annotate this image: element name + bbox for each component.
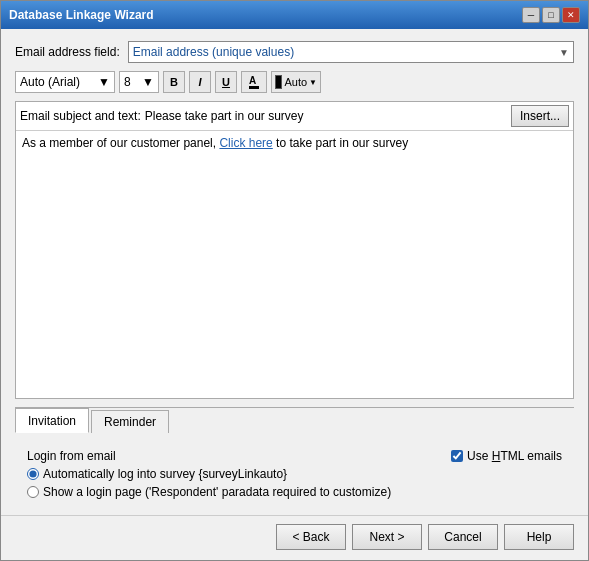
html-emails-label: Use HTML emails	[467, 449, 562, 463]
show-login-label: Show a login page ('Respondent' paradata…	[43, 485, 391, 499]
color-swatch	[275, 75, 282, 89]
dialog-footer: < Back Next > Cancel Help	[1, 515, 588, 560]
email-content-box: Email subject and text: Insert... As a m…	[15, 101, 574, 399]
options-row: Login from email Automatically log into …	[27, 449, 562, 499]
auto-login-option[interactable]: Automatically log into survey {surveyLin…	[27, 467, 391, 481]
show-login-option[interactable]: Show a login page ('Respondent' paradata…	[27, 485, 391, 499]
text-color-icon: A	[249, 75, 259, 89]
maximize-button[interactable]: □	[542, 7, 560, 23]
title-controls: ─ □ ✕	[522, 7, 580, 23]
email-field-row: Email address field: Email address (uniq…	[15, 41, 574, 63]
font-size-select[interactable]: 8 ▼	[119, 71, 159, 93]
email-field-dropdown[interactable]: Email address (unique values) ▼	[128, 41, 574, 63]
underline-button[interactable]: U	[215, 71, 237, 93]
email-tabs: Invitation Reminder	[15, 407, 574, 433]
bold-button[interactable]: B	[163, 71, 185, 93]
subject-row: Email subject and text: Insert...	[16, 102, 573, 131]
body-suffix: to take part in our survey	[273, 136, 408, 150]
body-prefix: As a member of our customer panel,	[22, 136, 219, 150]
tab-reminder[interactable]: Reminder	[91, 410, 169, 433]
html-emails-checkbox[interactable]	[451, 450, 463, 462]
minimize-button[interactable]: ─	[522, 7, 540, 23]
next-button[interactable]: Next >	[352, 524, 422, 550]
italic-button[interactable]: I	[189, 71, 211, 93]
back-button[interactable]: < Back	[276, 524, 346, 550]
cancel-button[interactable]: Cancel	[428, 524, 498, 550]
options-section: Login from email Automatically log into …	[15, 441, 574, 507]
color-arrow-icon: ▼	[309, 78, 317, 87]
formatting-toolbar: Auto (Arial) ▼ 8 ▼ B I U A Auto ▼	[15, 71, 574, 93]
html-emails-option[interactable]: Use HTML emails	[451, 449, 562, 463]
font-arrow-icon: ▼	[98, 75, 110, 89]
size-arrow-icon: ▼	[142, 75, 154, 89]
show-login-radio[interactable]	[27, 486, 39, 498]
window-title: Database Linkage Wizard	[9, 8, 154, 22]
subject-input[interactable]	[145, 109, 507, 123]
email-field-label: Email address field:	[15, 45, 120, 59]
close-button[interactable]: ✕	[562, 7, 580, 23]
click-here-link[interactable]: Click here	[219, 136, 272, 150]
text-color-button[interactable]: A	[241, 71, 267, 93]
font-select[interactable]: Auto (Arial) ▼	[15, 71, 115, 93]
login-title: Login from email	[27, 449, 391, 463]
email-body[interactable]: As a member of our customer panel, Click…	[16, 131, 573, 398]
dropdown-arrow-icon: ▼	[559, 47, 569, 58]
auto-login-radio[interactable]	[27, 468, 39, 480]
help-button[interactable]: Help	[504, 524, 574, 550]
subject-label: Email subject and text:	[20, 109, 141, 123]
color-label: Auto	[284, 76, 307, 88]
font-size-value: 8	[124, 75, 131, 89]
title-bar: Database Linkage Wizard ─ □ ✕	[1, 1, 588, 29]
background-color-button[interactable]: Auto ▼	[271, 71, 321, 93]
insert-button[interactable]: Insert...	[511, 105, 569, 127]
tab-invitation[interactable]: Invitation	[15, 408, 89, 433]
auto-login-label: Automatically log into survey {surveyLin…	[43, 467, 287, 481]
main-content: Email address field: Email address (uniq…	[1, 29, 588, 515]
login-group: Login from email Automatically log into …	[27, 449, 391, 499]
email-field-value: Email address (unique values)	[133, 45, 294, 59]
dialog-window: Database Linkage Wizard ─ □ ✕ Email addr…	[0, 0, 589, 561]
font-value: Auto (Arial)	[20, 75, 80, 89]
